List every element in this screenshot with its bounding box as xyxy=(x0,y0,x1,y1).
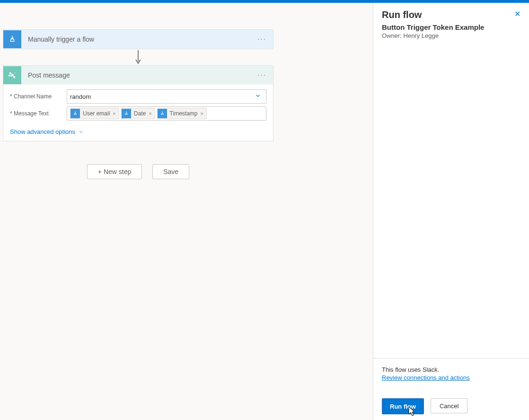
token-label: Date xyxy=(134,110,146,117)
close-icon[interactable]: ✕ xyxy=(514,9,520,18)
panel-body xyxy=(373,43,529,358)
panel-header: Run flow ✕ Button Trigger Token Example … xyxy=(373,3,529,43)
action-card: Post message ··· * Channel Name random *… xyxy=(3,65,273,141)
token-remove-icon[interactable]: × xyxy=(149,111,151,116)
action-more-menu[interactable]: ··· xyxy=(255,71,269,79)
action-title: Post message xyxy=(21,71,255,79)
channel-value: random xyxy=(70,93,91,100)
flow-canvas: Manually trigger a flow ··· Post message… xyxy=(0,3,373,420)
trigger-title: Manually trigger a flow xyxy=(21,35,255,43)
save-button[interactable]: Save xyxy=(152,164,189,179)
connector-arrow xyxy=(3,49,273,65)
show-advanced-toggle[interactable]: Show advanced options xyxy=(10,128,84,135)
cancel-button[interactable]: Cancel xyxy=(431,398,467,413)
trigger-more-menu[interactable]: ··· xyxy=(255,35,269,44)
panel-owner: Owner: Henry Legge xyxy=(382,32,520,39)
token-label: User email xyxy=(83,110,110,117)
show-advanced-label: Show advanced options xyxy=(10,128,75,135)
canvas-action-buttons: + New step Save xyxy=(3,164,273,179)
action-card-header[interactable]: Post message ··· xyxy=(3,66,273,85)
action-card-body: * Channel Name random * Message Text Use… xyxy=(3,85,273,141)
panel-footer-buttons: Run flow Cancel xyxy=(382,398,520,414)
token-timestamp[interactable]: Timestamp × xyxy=(157,108,207,119)
channel-input[interactable]: random xyxy=(67,89,266,104)
channel-label: * Channel Name xyxy=(10,89,67,100)
trigger-card-header[interactable]: Manually trigger a flow ··· xyxy=(3,30,273,49)
touch-icon xyxy=(3,30,21,48)
message-label: * Message Text xyxy=(10,106,67,117)
token-remove-icon[interactable]: × xyxy=(113,111,115,116)
panel-footer: This flow uses Slack. Review connections… xyxy=(373,358,529,420)
review-connections-link[interactable]: Review connections and actions xyxy=(382,374,470,381)
message-input[interactable]: User email × Date × Timest xyxy=(67,106,266,121)
channel-field-row: * Channel Name random xyxy=(10,89,266,104)
new-step-button[interactable]: + New step xyxy=(87,164,142,179)
panel-subtitle: Button Trigger Token Example xyxy=(382,23,520,31)
run-flow-panel: Run flow ✕ Button Trigger Token Example … xyxy=(373,3,529,420)
footer-note: This flow uses Slack. xyxy=(382,366,520,373)
slack-icon xyxy=(3,66,21,84)
token-icon xyxy=(122,109,131,118)
token-icon xyxy=(158,109,167,118)
token-label: Timestamp xyxy=(170,110,198,117)
trigger-card: Manually trigger a flow ··· xyxy=(3,29,273,49)
run-flow-button[interactable]: Run flow xyxy=(382,398,424,414)
token-remove-icon[interactable]: × xyxy=(201,111,203,116)
panel-title: Run flow xyxy=(382,9,520,20)
chevron-down-icon xyxy=(255,93,261,101)
token-icon xyxy=(71,109,80,118)
token-date[interactable]: Date × xyxy=(121,108,155,119)
token-user-email[interactable]: User email × xyxy=(70,108,119,119)
chevron-down-icon xyxy=(78,129,84,135)
message-field-row: * Message Text User email × Date xyxy=(10,106,266,121)
